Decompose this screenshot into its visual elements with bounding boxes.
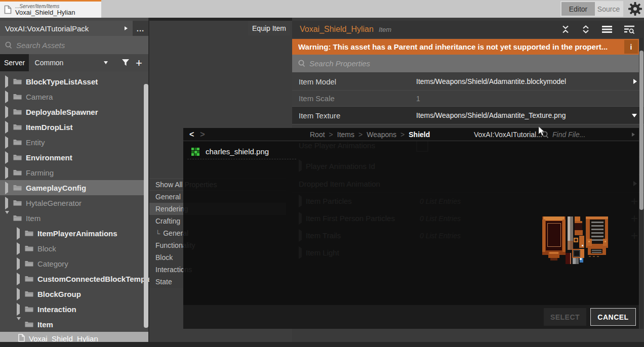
breadcrumb-separator: > xyxy=(329,131,333,139)
open-arrow-icon[interactable] xyxy=(633,79,637,84)
find-file-search[interactable] xyxy=(542,128,608,141)
property-row-item-scale[interactable]: Item Scale1 xyxy=(292,91,644,107)
tree-item-deployablespawner[interactable]: DeployableSpawner xyxy=(0,104,148,119)
pack-header[interactable]: VoxAI:VoxAITutorialPack xyxy=(0,21,133,36)
nav-forward-button[interactable]: > xyxy=(200,130,205,139)
tree-item-camera[interactable]: Camera xyxy=(0,89,148,104)
expand-arrow-icon[interactable] xyxy=(17,229,21,238)
tree-item-label: Item xyxy=(37,320,53,329)
property-search-input[interactable] xyxy=(309,59,461,68)
asset-search-bar[interactable] xyxy=(0,36,148,54)
property-row-item-texture[interactable]: Item TextureItems/Weapons/Shield/Adamant… xyxy=(292,107,644,124)
document-tab[interactable]: ...Server/Item/Items Voxai_Shield_Hylian xyxy=(0,0,101,18)
expand-arrow-icon[interactable] xyxy=(5,93,9,101)
tree-item-environment[interactable]: Environment xyxy=(0,150,148,165)
tree-item-label: ItemDropList xyxy=(26,123,73,132)
tree-item-item[interactable]: Item xyxy=(0,210,148,226)
tree-item-label: BlockTypeListAsset xyxy=(26,77,98,86)
breadcrumb-items[interactable]: Items xyxy=(337,131,354,139)
tree-item-label: ItemPlayerAnimations xyxy=(37,229,117,238)
properties-scrollbar-thumb[interactable] xyxy=(639,51,643,210)
expand-arrow-icon[interactable] xyxy=(17,244,21,253)
asset-tree: BlockTypeListAssetCameraDeployableSpawne… xyxy=(0,74,148,345)
breadcrumb-root[interactable]: Root xyxy=(310,131,325,139)
expand-arrow-icon[interactable] xyxy=(5,138,9,147)
folder-icon xyxy=(25,321,33,327)
filter-icon[interactable] xyxy=(122,59,130,68)
cancel-button[interactable]: CANCEL xyxy=(590,308,636,326)
collapse-all-icon[interactable] xyxy=(561,25,570,34)
expand-arrow-icon[interactable] xyxy=(17,305,21,314)
expand-arrow-icon[interactable] xyxy=(5,108,9,116)
filter-list-search-icon[interactable] xyxy=(624,25,635,34)
expand-arrow-icon[interactable] xyxy=(5,168,9,177)
select-button[interactable]: SELECT xyxy=(544,308,586,326)
source-mode-button[interactable]: Source xyxy=(595,2,622,16)
tree-scrollbar-thumb[interactable] xyxy=(144,84,148,328)
tree-item-gameplayconfig[interactable]: GameplayConfig xyxy=(0,180,148,195)
folder-icon xyxy=(13,139,22,145)
expand-arrow-icon[interactable] xyxy=(17,259,21,268)
tree-item-itemplayeranimations[interactable]: ItemPlayerAnimations xyxy=(0,226,148,241)
tree-item-entity[interactable]: Entity xyxy=(0,135,148,150)
find-file-input[interactable] xyxy=(552,131,608,139)
property-label: Item Scale xyxy=(292,94,416,103)
menu-icon[interactable] xyxy=(601,25,613,34)
breadcrumb-weapons[interactable]: Weapons xyxy=(367,131,396,139)
asset-sidebar: VoxAI:VoxAITutorialPack ... Server Commo… xyxy=(0,18,149,347)
expand-arrow-icon[interactable] xyxy=(5,123,9,132)
expand-arrow-icon[interactable] xyxy=(5,184,9,192)
tab-common[interactable]: Common xyxy=(29,54,69,71)
modal-pack-name[interactable]: VoxAI:VoxAITutorial... xyxy=(474,128,542,141)
category-label: State xyxy=(155,278,172,286)
settings-gear-icon[interactable] xyxy=(628,2,642,18)
tree-item-label: HytaleGenerator xyxy=(26,199,82,207)
tree-item-blocktypelistasset[interactable]: BlockTypeListAsset xyxy=(0,74,148,89)
warning-info-button[interactable]: i xyxy=(624,40,638,54)
tree-scrollbar[interactable] xyxy=(144,74,148,347)
mouse-cursor xyxy=(538,126,545,139)
tree-item-label: Entity xyxy=(26,138,45,147)
tree-item-item[interactable]: Item xyxy=(0,317,148,332)
tab-server[interactable]: Server xyxy=(0,54,29,71)
property-row-item-model[interactable]: Item ModelItems/Weapons/Shield/Adamantit… xyxy=(292,73,644,91)
property-value[interactable]: Items/Weapons/Shield/Adamantite_Texture.… xyxy=(416,111,644,119)
tree-item-itemdroplist[interactable]: ItemDropList xyxy=(0,119,148,135)
breadcrumb-shield[interactable]: Shield xyxy=(409,131,430,139)
folder-icon xyxy=(13,108,22,115)
file-list-item[interactable]: charles_shield.png xyxy=(187,144,296,159)
property-value[interactable]: 1 xyxy=(416,95,644,103)
expand-arrow-icon[interactable] xyxy=(17,290,21,298)
asset-search-input[interactable] xyxy=(16,41,117,50)
property-search-bar[interactable] xyxy=(292,55,639,72)
add-asset-button[interactable]: + xyxy=(136,57,142,70)
tree-item-blockgroup[interactable]: BlockGroup xyxy=(0,286,148,301)
tree-item-block[interactable]: Block xyxy=(0,241,148,256)
tree-item-category[interactable]: Category xyxy=(0,256,148,271)
folder-icon xyxy=(13,169,22,176)
tree-item-label: Environment xyxy=(26,153,72,162)
tree-item-hytalegenerator[interactable]: HytaleGenerator xyxy=(0,195,148,210)
expand-arrow-icon[interactable] xyxy=(5,77,9,86)
tree-item-customconnectedblocktemplateasset[interactable]: CustomConnectedBlockTemplateAsset xyxy=(0,271,148,286)
folder-icon xyxy=(13,154,22,160)
expand-arrow-icon[interactable] xyxy=(5,199,9,207)
tab-breadcrumb-path: ...Server/Item/Items xyxy=(15,4,75,9)
expand-arrow-icon[interactable] xyxy=(5,153,9,162)
dropdown-caret-icon[interactable] xyxy=(632,114,637,117)
expand-arrow-icon[interactable] xyxy=(17,275,21,283)
tree-item-farming[interactable]: Farming xyxy=(0,165,148,180)
property-value[interactable]: Items/Weapons/Shield/Adamantite.blockymo… xyxy=(416,77,644,85)
tree-item-interaction[interactable]: Interaction xyxy=(0,301,148,317)
editor-mode-button[interactable]: Editor xyxy=(561,2,595,16)
expand-all-icon[interactable] xyxy=(581,25,590,34)
equip-item-button[interactable]: Equip Item xyxy=(248,21,290,35)
folder-icon xyxy=(13,93,22,100)
pack-expand-icon[interactable] xyxy=(125,26,128,30)
collapse-arrow-icon[interactable] xyxy=(5,214,9,223)
nav-back-button[interactable]: < xyxy=(189,130,194,139)
pack-more-button[interactable]: ... xyxy=(133,21,148,36)
pack-switch-arrow-icon[interactable] xyxy=(632,133,635,137)
collapse-arrow-icon[interactable] xyxy=(17,320,21,329)
tabs-dropdown-caret[interactable] xyxy=(104,61,108,64)
